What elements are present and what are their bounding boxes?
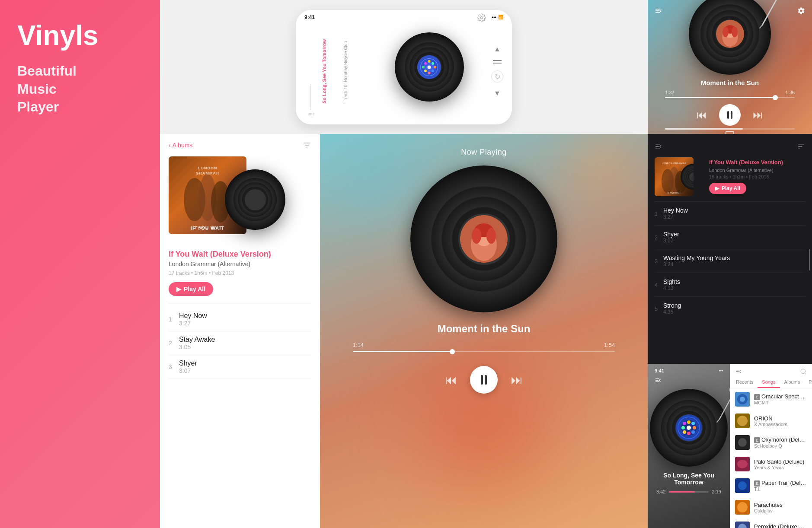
menu-icon-dark[interactable] — [655, 143, 662, 150]
top-right-song-title: Moment in the Sun — [665, 79, 795, 86]
rotate-btn[interactable]: ↻ — [491, 70, 503, 83]
track-item-3[interactable]: 3 Shyer 3:07 — [169, 355, 311, 379]
dark-track-panel: LONDON GRAMMAR IF YOU WAIT If You Wait (… — [648, 134, 812, 364]
dark-track-3[interactable]: 3 Wasting My Young Years 3:24 — [655, 249, 805, 273]
dark-track-5[interactable]: 5 Strong 4:35 — [655, 297, 805, 320]
rewind-btn-top-right[interactable]: ⏮ — [697, 109, 707, 121]
pause-btn-top-right[interactable] — [719, 104, 741, 126]
main-content: 9:41 ▪▪▪ 📶 — [160, 0, 812, 528]
sort-up-btn[interactable]: ▲ — [494, 45, 501, 53]
svg-text:GRAMMAR: GRAMMAR — [196, 171, 220, 175]
now-playing-vinyl — [410, 165, 557, 312]
bottom-right-panels: 9:41 ▪▪▪ — [648, 364, 812, 528]
song-item-1[interactable]: EOracular Spectacular MGMT — [730, 388, 812, 410]
dark-track-4[interactable]: 4 Sights 4:13 — [655, 273, 805, 297]
fastforward-btn-top-right[interactable]: ⏭ — [753, 109, 763, 121]
rewind-btn-main[interactable]: ⏮ — [445, 373, 457, 387]
svg-point-9 — [432, 62, 434, 65]
bottom-progress-bar[interactable] — [669, 491, 708, 493]
song-item-7[interactable]: Peroxide (Deluxe Version) Nina Nesbitt — [730, 518, 812, 528]
sort-down-btn[interactable]: ▼ — [494, 89, 501, 97]
song-item-4[interactable]: Palo Santo (Deluxe) Years & Years — [730, 453, 812, 475]
svg-line-58 — [719, 394, 730, 419]
tagline-line2: Music — [17, 80, 143, 99]
now-playing-panel: Now Playing — [320, 134, 648, 528]
top-right-vinyl — [689, 0, 771, 75]
dark-track-2[interactable]: 2 Shyer 3:07 — [655, 226, 805, 249]
sort-icon[interactable] — [303, 141, 311, 149]
dark-track-list: 1 Hey Now 3:27 2 Shyer 3:07 — [648, 202, 812, 320]
svg-point-67 — [738, 438, 747, 447]
svg-point-4 — [428, 60, 431, 63]
svg-point-35 — [472, 228, 481, 244]
svg-point-6 — [422, 66, 425, 68]
svg-point-7 — [434, 66, 436, 68]
svg-text:LONDON GRAMMAR: LONDON GRAMMAR — [662, 162, 687, 165]
svg-point-50 — [683, 422, 686, 425]
gear-icon-top-right[interactable] — [797, 7, 805, 15]
track-subtitle-vertical: Bombay Bicycle Club — [343, 41, 367, 82]
queue-icon-bottom[interactable] — [655, 377, 662, 384]
now-playing-label: Now Playing — [461, 148, 507, 157]
battery-icon: ⣿ — [309, 113, 313, 116]
dark-track-1[interactable]: 1 Hey Now 3:27 — [655, 202, 805, 226]
bottom-turntable-title: So Long, See You Tomorrow — [656, 472, 721, 486]
fastforward-btn-main[interactable]: ⏭ — [511, 373, 523, 387]
svg-point-46 — [687, 420, 691, 424]
track-item-1[interactable]: 1 Hey Now 3:27 — [169, 308, 311, 331]
tagline-line1: Beautiful — [17, 62, 143, 80]
svg-point-63 — [740, 397, 745, 402]
song-item-6[interactable]: Parachutes Coldplay — [730, 496, 812, 518]
top-right-progress[interactable] — [665, 97, 775, 98]
song-item-5[interactable]: EPaper Trail (Deluxe Version) T.I. — [730, 475, 812, 496]
dark-album-meta: 16 tracks • 1h2m • Feb 2013 — [709, 174, 805, 179]
search-icon-library[interactable] — [800, 368, 807, 375]
album-artist: London Grammar (Alternative) — [169, 261, 311, 267]
tonearm — [754, 0, 784, 32]
back-albums-btn[interactable]: ‹ Albums — [169, 142, 192, 149]
tab-playlists[interactable]: Playlists — [804, 377, 812, 388]
svg-line-23 — [760, 25, 762, 28]
svg-point-53 — [691, 430, 695, 434]
airplay-icon[interactable] — [725, 130, 735, 134]
album-art-container: LONDON GRAMMAR IF YOU WAIT — [169, 156, 311, 243]
song-library-panel: Recents Songs Albums Playlists EOracul — [730, 364, 812, 528]
pause-btn-main[interactable] — [470, 366, 498, 394]
app-name: Vinyls — [17, 22, 143, 49]
svg-point-12 — [428, 65, 431, 69]
now-playing-song: Moment in the Sun — [353, 323, 615, 335]
album-meta: 17 tracks • 1h6m • Feb 2013 — [169, 270, 311, 276]
tab-albums[interactable]: Albums — [780, 377, 805, 388]
dark-album-title: If You Wait (Deluxe Version) — [709, 159, 805, 166]
tab-songs[interactable]: Songs — [758, 377, 780, 388]
svg-point-51 — [691, 422, 695, 425]
song-item-2[interactable]: ORION X Ambassadors — [730, 410, 812, 432]
svg-point-69 — [737, 460, 748, 468]
track-item-2[interactable]: 2 Stay Awake 3:05 — [169, 331, 311, 355]
dark-album-artist: London Grammar (Alternative) — [709, 168, 805, 173]
play-all-btn[interactable]: ▶ Play All — [169, 282, 213, 296]
tonearm-bottom — [713, 385, 730, 424]
song-item-3[interactable]: EOxymoron (Deluxe Version) ScHoolboy Q — [730, 432, 812, 453]
svg-point-5 — [428, 72, 431, 74]
svg-point-71 — [738, 481, 747, 490]
song-list: EOracular Spectacular MGMT ORION X Ambas… — [730, 388, 812, 528]
play-all-dark-btn[interactable]: ▶ Play All — [709, 183, 746, 194]
tagline-line3: Player — [17, 98, 143, 116]
now-playing-progress-bar[interactable] — [353, 351, 615, 352]
settings-icon[interactable] — [477, 13, 486, 22]
track-list: 1 Hey Now 3:27 2 Stay Awake 3:05 3 — [169, 308, 311, 379]
phone-time: 9:41 — [304, 14, 315, 20]
queue-icon[interactable] — [655, 7, 662, 15]
album-vinyl-small — [225, 169, 285, 230]
album-title: If You Wait (Deluxe Version) — [169, 250, 311, 259]
queue-icon-library[interactable] — [735, 368, 742, 375]
svg-point-65 — [737, 416, 748, 426]
svg-point-49 — [693, 426, 696, 429]
bottom-turntable-vinyl — [650, 389, 728, 467]
sort-icon-dark[interactable] — [797, 143, 805, 150]
svg-text:IF YOU WAIT: IF YOU WAIT — [193, 226, 222, 230]
scroll-indicator-dark — [809, 249, 810, 270]
tab-recents[interactable]: Recents — [732, 377, 758, 388]
svg-point-54 — [687, 426, 691, 430]
